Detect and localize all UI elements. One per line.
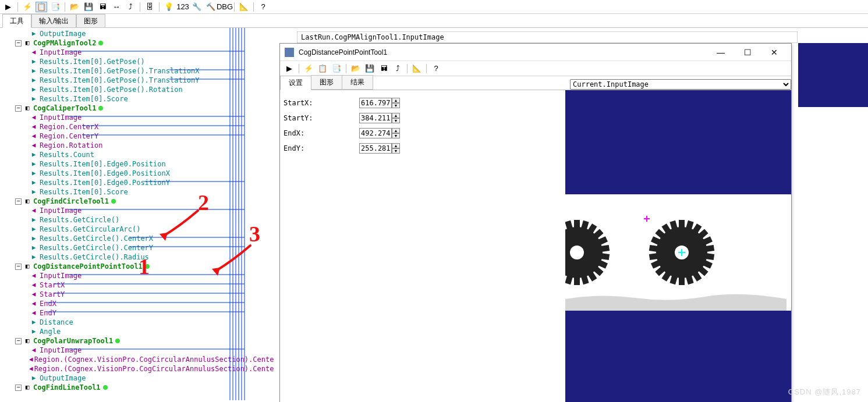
expander-icon[interactable]: − xyxy=(15,385,22,391)
toolbar-button-7[interactable]: ↔ xyxy=(111,2,122,12)
toolbar-button-2[interactable]: 📋 xyxy=(36,2,47,12)
sub-toolbar-button-9[interactable]: ? xyxy=(430,63,442,74)
sub-toolbar-button-3[interactable]: 📑 xyxy=(331,63,342,74)
tree-node-5[interactable]: ▶Results.Item[0].GetPose().TranslationY xyxy=(6,76,274,85)
tree-node-1[interactable]: −◧CogPMAlignTool2 xyxy=(6,38,274,48)
expander-icon[interactable]: − xyxy=(15,264,22,270)
tree-node-14[interactable]: ▶Results.Item[0].Edge0.Position xyxy=(6,159,274,169)
sub-toolbar-button-5[interactable]: 💾 xyxy=(364,63,375,74)
tree-node-9[interactable]: ◀InputImage xyxy=(6,113,274,122)
expander-icon[interactable]: − xyxy=(15,338,22,344)
tree-node-20[interactable]: ▶Results.GetCircle() xyxy=(6,215,274,225)
expander-icon[interactable]: − xyxy=(15,105,22,112)
image-preview[interactable] xyxy=(565,90,791,402)
maximize-button[interactable]: ☐ xyxy=(735,45,760,60)
subtab-results[interactable]: 结果 xyxy=(342,75,373,90)
tree-node-35[interactable]: ◀Region.(Cognex.VisionPro.CogCircularAnn… xyxy=(6,355,274,364)
tree-node-4[interactable]: ▶Results.Item[0].GetPose().TranslationX xyxy=(6,66,274,76)
toolbar-button-10[interactable]: 💡 xyxy=(163,2,175,12)
startx-down[interactable]: ▼ xyxy=(392,103,400,108)
sub-toolbar-button-0[interactable]: ▶ xyxy=(284,63,295,74)
tree-node-19[interactable]: ◀InputImage xyxy=(6,206,274,215)
toolbar-button-4[interactable]: 📂 xyxy=(69,2,80,12)
tree-node-3[interactable]: ▶Results.Item[0].GetPose() xyxy=(6,57,274,66)
subtab-settings[interactable]: 设置 xyxy=(280,76,311,90)
tree-node-32[interactable]: ▶Angle xyxy=(6,327,274,336)
tree-node-28[interactable]: ◀StartY xyxy=(6,290,274,299)
tab-graphic[interactable]: 图形 xyxy=(76,14,105,27)
sub-toolbar-button-4[interactable]: 📂 xyxy=(350,63,362,74)
endx-input[interactable] xyxy=(359,128,392,138)
subtab-graphic[interactable]: 图形 xyxy=(311,75,342,90)
image-source-label: LastRun.CogPMAlignTool1.InputImage xyxy=(297,31,798,43)
tab-tools[interactable]: 工具 xyxy=(2,14,31,28)
toolbar-button-11[interactable]: 123 xyxy=(177,2,189,12)
tree-node-2[interactable]: ◀InputImage xyxy=(6,48,274,57)
sub-toolbar-button-7[interactable]: ⤴ xyxy=(392,63,403,74)
endy-down[interactable]: ▼ xyxy=(392,148,400,154)
sub-toolbar-button-2[interactable]: 📋 xyxy=(317,63,328,74)
tree-node-7[interactable]: ▶Results.Item[0].Score xyxy=(6,94,274,104)
tree-node-12[interactable]: ◀Region.Rotation xyxy=(6,141,274,150)
tree-node-0[interactable]: ▶OutputImage xyxy=(6,29,274,38)
tree-node-36[interactable]: ◀Region.(Cognex.VisionPro.CogCircularAnn… xyxy=(6,364,274,373)
tool-label: CogPolarUnwrapTool1 xyxy=(33,336,113,346)
tree-node-15[interactable]: ▶Results.Item[0].Edge0.PositionX xyxy=(6,169,274,178)
endy-input[interactable] xyxy=(359,143,392,154)
toolbar-button-16[interactable]: ? xyxy=(257,2,269,12)
startx-up[interactable]: ▲ xyxy=(392,98,400,103)
tree-node-29[interactable]: ◀EndX xyxy=(6,299,274,308)
tree-node-31[interactable]: ▶Distance xyxy=(6,318,274,327)
toolbar-button-13[interactable]: 🔨 xyxy=(205,2,217,12)
tree-node-10[interactable]: ◀Region.CenterX xyxy=(6,122,274,131)
output-arrow-icon: ▶ xyxy=(29,94,38,104)
tree-node-8[interactable]: −◧CogCaliperTool1 xyxy=(6,104,274,113)
endy-up[interactable]: ▲ xyxy=(392,143,400,148)
toolbar-button-0[interactable]: ▶ xyxy=(2,2,14,12)
starty-input[interactable] xyxy=(359,113,392,123)
tool-window-title: CogDistancePointPointTool1 xyxy=(299,48,708,56)
tree-node-38[interactable]: −◧CogFindLineTool1 xyxy=(6,383,274,392)
expander-icon[interactable]: − xyxy=(15,40,22,47)
toolbar-button-5[interactable]: 💾 xyxy=(83,2,94,12)
tree-node-16[interactable]: ▶Results.Item[0].Edge0.PositionY xyxy=(6,178,274,187)
sub-titlebar[interactable]: CogDistancePointPointTool1 — ☐ ✕ xyxy=(280,44,791,61)
starty-up[interactable]: ▲ xyxy=(392,113,400,118)
tree-node-22[interactable]: ▶Results.GetCircle().CenterX xyxy=(6,234,274,243)
output-arrow-icon: ▶ xyxy=(29,150,38,159)
tree-node-18[interactable]: −◧CogFindCircleTool1 xyxy=(6,197,274,206)
close-button[interactable]: ✕ xyxy=(762,45,786,60)
tool-icon: ◧ xyxy=(23,104,32,113)
toolbar-button-3[interactable]: 📑 xyxy=(49,2,61,12)
sub-toolbar-button-1[interactable]: ⚡ xyxy=(303,63,314,74)
tool-icon: ◧ xyxy=(23,383,32,392)
toolbar-button-6[interactable]: 🖬 xyxy=(97,2,108,12)
tree-node-21[interactable]: ▶Results.GetCircularArc() xyxy=(6,225,274,234)
toolbar-button-15[interactable]: 📐 xyxy=(238,2,250,12)
endx-down[interactable]: ▼ xyxy=(392,133,400,138)
expander-icon[interactable]: − xyxy=(15,198,22,205)
sub-toolbar-button-8[interactable]: 📐 xyxy=(411,63,423,74)
tree-node-11[interactable]: ◀Region.CenterY xyxy=(6,131,274,141)
endx-up[interactable]: ▲ xyxy=(392,128,400,133)
tree-node-34[interactable]: ◀InputImage xyxy=(6,346,274,355)
toolbar-button-8[interactable]: ⤴ xyxy=(125,2,136,12)
image-dropdown[interactable]: Current.InputImage xyxy=(570,79,791,90)
input-arrow-icon: ◀ xyxy=(29,346,38,355)
sub-toolbar-button-6[interactable]: 🖬 xyxy=(378,63,389,74)
tree-node-6[interactable]: ▶Results.Item[0].GetPose().Rotation xyxy=(6,85,274,94)
minimize-button[interactable]: — xyxy=(708,45,733,60)
tree-node-37[interactable]: ▶OutputImage xyxy=(6,373,274,383)
tree-node-30[interactable]: ◀EndY xyxy=(6,308,274,318)
toolbar-button-14[interactable]: DBG xyxy=(219,2,231,12)
tree-node-33[interactable]: −◧CogPolarUnwrapTool1 xyxy=(6,336,274,346)
tree-node-13[interactable]: ▶Results.Count xyxy=(6,150,274,159)
startx-input[interactable] xyxy=(359,98,392,108)
tree-node-17[interactable]: ▶Results.Item[0].Score xyxy=(6,187,274,197)
tab-io[interactable]: 输入/输出 xyxy=(31,14,76,27)
tool-tree[interactable]: ▶OutputImage−◧CogPMAlignTool2◀InputImage… xyxy=(0,28,274,402)
toolbar-button-9[interactable]: 🗄 xyxy=(144,2,155,12)
starty-down[interactable]: ▼ xyxy=(392,118,400,123)
toolbar-button-12[interactable]: 🔧 xyxy=(191,2,203,12)
toolbar-button-1[interactable]: ⚡ xyxy=(22,2,33,12)
